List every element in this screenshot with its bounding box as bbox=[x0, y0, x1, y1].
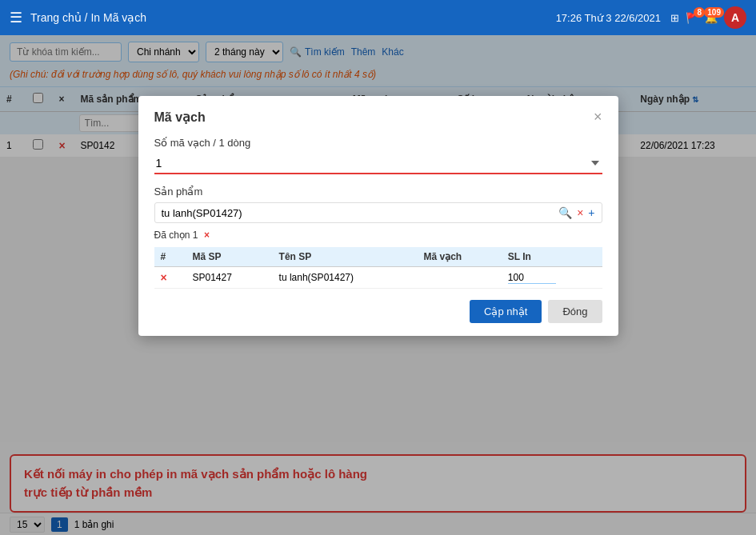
modal-col-qty: SL In bbox=[502, 247, 602, 267]
modal-table-row: × SP01427 tu lanh(SP01427) bbox=[154, 267, 602, 289]
modal-row-code: SP01427 bbox=[186, 267, 272, 289]
product-add-icon[interactable]: + bbox=[588, 206, 594, 219]
modal-qty-input[interactable] bbox=[508, 272, 556, 284]
barcode-modal: Mã vạch × Số mã vạch / 1 dòng 1 Sản phẩm… bbox=[138, 96, 618, 336]
product-label: Sản phẩm bbox=[154, 186, 602, 198]
avatar[interactable]: A bbox=[724, 6, 746, 29]
product-input-icons: 🔍 × + bbox=[558, 206, 594, 219]
notification-flag-icon[interactable]: 🚩8 bbox=[686, 12, 698, 24]
product-search-icon[interactable]: 🔍 bbox=[558, 206, 572, 219]
datetime: 17:26 Thứ 3 22/6/2021 bbox=[556, 12, 661, 24]
modal-row-delete-icon[interactable]: × bbox=[161, 271, 167, 284]
product-clear-icon[interactable]: × bbox=[577, 206, 583, 219]
modal-footer: Cập nhật Đóng bbox=[154, 300, 602, 323]
modal-products-table: # Mã SP Tên SP Mã vạch SL In × SP01427 t… bbox=[154, 247, 602, 289]
header-icons: ⊞ 🚩8 🔔109 A bbox=[670, 6, 746, 29]
product-input-row: 🔍 × + bbox=[154, 202, 602, 223]
qty-label: Số mã vạch / 1 dòng bbox=[154, 137, 602, 149]
menu-icon[interactable]: ☰ bbox=[10, 9, 22, 26]
modal-col-num: # bbox=[154, 247, 186, 267]
selected-count: Đã chọn 1 × bbox=[154, 230, 602, 241]
modal-close-icon[interactable]: × bbox=[594, 109, 602, 126]
bell-badge: 109 bbox=[704, 7, 724, 18]
modal-row-icon: × bbox=[154, 267, 186, 289]
clear-selected-icon[interactable]: × bbox=[204, 230, 210, 241]
modal-header: Mã vạch × bbox=[154, 109, 602, 126]
update-button[interactable]: Cập nhật bbox=[470, 300, 542, 323]
flag-badge: 8 bbox=[694, 7, 705, 18]
header-left: ☰ Trang chủ / In Mã vạch bbox=[10, 9, 146, 26]
breadcrumb: Trang chủ / In Mã vạch bbox=[30, 11, 146, 24]
modal-table-header: # Mã SP Tên SP Mã vạch SL In bbox=[154, 247, 602, 267]
modal-title: Mã vạch bbox=[154, 110, 206, 125]
modal-row-barcode bbox=[417, 267, 501, 289]
header-right: 17:26 Thứ 3 22/6/2021 ⊞ 🚩8 🔔109 A bbox=[556, 6, 746, 29]
modal-col-code: Mã SP bbox=[186, 247, 272, 267]
modal-row-name: tu lanh(SP01427) bbox=[273, 267, 418, 289]
grid-icon[interactable]: ⊞ bbox=[670, 12, 679, 24]
modal-col-name: Tên SP bbox=[273, 247, 418, 267]
header: ☰ Trang chủ / In Mã vạch 17:26 Thứ 3 22/… bbox=[0, 0, 756, 35]
product-search-input[interactable] bbox=[162, 207, 559, 219]
close-button[interactable]: Đóng bbox=[548, 300, 602, 323]
qty-per-row-select[interactable]: 1 bbox=[154, 154, 602, 174]
modal-col-barcode: Mã vạch bbox=[417, 247, 501, 267]
bell-icon[interactable]: 🔔109 bbox=[705, 12, 718, 24]
modal-row-qty[interactable] bbox=[502, 267, 602, 289]
